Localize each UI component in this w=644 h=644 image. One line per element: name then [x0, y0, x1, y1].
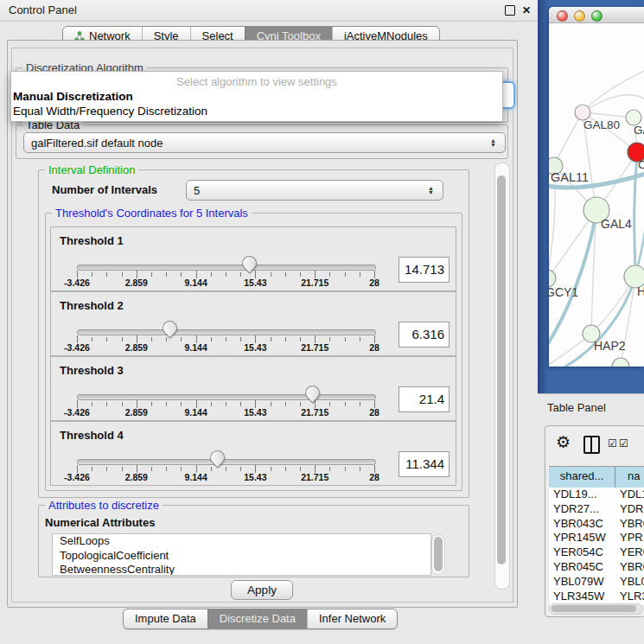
table-data-value: galFiltered.sif default node [31, 137, 163, 150]
column-header-name[interactable]: na [615, 467, 644, 488]
slider-tick [166, 272, 167, 277]
slider-tick-label: 21.715 [301, 472, 328, 482]
algorithm-hint: Select algorithm to view settings [11, 75, 502, 88]
slider-tick [122, 402, 123, 406]
table-row[interactable]: YDL19...YDL1 [549, 488, 644, 502]
threshold-label: Threshold 4 [60, 429, 124, 442]
slider-track[interactable] [77, 265, 376, 271]
cell-shared-name: YDR27... [549, 502, 620, 517]
algorithm-option-manual[interactable]: Manual Discretization [13, 90, 133, 103]
slider-tick-label: 2.859 [125, 277, 148, 288]
slider-track[interactable] [77, 329, 376, 335]
tab-discretize-data[interactable]: Discretize Data [207, 609, 307, 628]
slider-tick-label: 21.715 [301, 277, 328, 288]
slider-tick [300, 402, 301, 406]
network-canvas[interactable]: GAL80GACGAL11GAL4GCY1HHAP2 [549, 23, 644, 367]
node-label-GAL80: GAL80 [583, 118, 620, 131]
list-item[interactable]: TopologicalCoefficient [53, 549, 430, 564]
table-row[interactable]: YPR145WYPR1 [549, 531, 644, 545]
slider-tick [122, 272, 123, 277]
attributes-title: Attributes to discretize [45, 499, 163, 512]
stepper-icon: ▲▼ [490, 138, 498, 147]
checkbox-icon[interactable]: ☑ [619, 437, 628, 450]
table-row[interactable]: YBL079WYBL0 [549, 575, 644, 590]
table-data-combobox[interactable]: galFiltered.sif default node ▲▼ [23, 132, 506, 153]
attributes-scrollbar[interactable] [431, 534, 445, 575]
slider-tick [240, 337, 241, 341]
table-row[interactable]: YDR27...YDR2 [549, 502, 644, 517]
number-of-intervals-value: 5 [194, 184, 200, 197]
threshold-block-2: Threshold 2-3.4262.8599.14415.4321.71528… [50, 291, 456, 356]
slider-tick [92, 337, 92, 341]
algorithm-option-equal[interactable]: Equal Width/Frequency Discretization [13, 105, 207, 118]
slider-tick [329, 337, 330, 341]
slider-tick [106, 272, 107, 277]
apply-button[interactable]: Apply [231, 580, 293, 600]
slider-tick-label: -3.426 [64, 277, 90, 288]
slider-tick [300, 337, 301, 341]
tab-infer-network[interactable]: Infer Network [307, 609, 397, 628]
slider-track[interactable] [77, 459, 376, 465]
numerical-attributes-list[interactable]: SelfLoopsTopologicalCoefficientBetweenne… [52, 533, 431, 576]
GCY1-node[interactable] [549, 270, 556, 287]
slider-tick [285, 272, 286, 277]
zoom-traffic-light[interactable] [591, 10, 603, 22]
list-item[interactable]: SelfLoops [53, 534, 430, 549]
threshold-block-4: Threshold 4-3.4262.8599.14415.4321.71528… [50, 421, 456, 486]
slider-tick-label: -3.426 [64, 407, 90, 418]
slider-track[interactable] [77, 394, 376, 400]
number-of-intervals-combobox[interactable]: 5 ▲▼ [186, 180, 443, 201]
slider-tick [106, 467, 107, 471]
slider-tick [92, 402, 92, 406]
checkbox-icon[interactable]: ☑ [608, 437, 617, 450]
column-header-shared[interactable]: shared... [549, 467, 615, 488]
slider-tick [226, 272, 226, 277]
threshold-block-3: Threshold 3-3.4262.8599.14415.4321.71528… [50, 356, 456, 421]
tab-impute-data[interactable]: Impute Data [124, 609, 207, 628]
panel-scrollbar-thumb[interactable] [497, 175, 506, 564]
slider-tick [226, 402, 226, 406]
slider-tick [211, 337, 212, 341]
table-row[interactable]: YLR345WYLR3 [549, 590, 644, 604]
node-label-HAP2: HAP2 [594, 339, 626, 353]
slider-tick [226, 467, 226, 471]
slider-tick [211, 402, 212, 406]
table-row[interactable]: YBR043CYBR0 [549, 517, 644, 532]
cell-name: YBL0 [620, 575, 644, 590]
threshold-value-field[interactable]: 21.4 [399, 386, 450, 412]
network-window-titlebar [549, 7, 644, 23]
float-window-icon[interactable] [505, 5, 515, 16]
table-row[interactable]: YBR045CYBR0 [549, 560, 644, 575]
close-traffic-light[interactable] [557, 10, 568, 22]
close-icon[interactable]: ✕ [522, 5, 531, 16]
column-layout-icon[interactable] [583, 436, 600, 454]
node-label-GAL4: GAL4 [601, 217, 632, 231]
slider-tick [300, 272, 301, 277]
control-panel-titlebar: Control Panel ✕ [0, 0, 538, 22]
panel-scrollbar[interactable] [494, 163, 510, 590]
table-row[interactable]: YER054CYER0 [549, 545, 644, 560]
bottom-node[interactable] [612, 358, 629, 367]
table-panel-body: ⚙ ☑ ☑ shared... na YDL19...YDL1YDR27...Y… [545, 425, 644, 617]
list-item[interactable]: BetweennessCentrality [53, 563, 430, 576]
slider-tick-label: 21.715 [301, 407, 328, 418]
threshold-value-field[interactable]: 11.344 [399, 451, 450, 477]
node-label-GCY1: GCY1 [549, 285, 578, 299]
slider-tick [240, 272, 241, 277]
slider-tick-label: 9.144 [184, 472, 207, 482]
slider-tick-label: -3.426 [64, 472, 90, 482]
minimize-traffic-light[interactable] [574, 10, 585, 22]
slider-tick-label: 28 [369, 472, 379, 482]
gear-icon[interactable]: ⚙ [556, 432, 571, 452]
slider-tick [329, 272, 330, 277]
cell-name: YBR0 [620, 560, 644, 575]
slider-tick-label: 9.144 [184, 407, 207, 418]
table-horizontal-scrollbar[interactable] [549, 603, 643, 615]
table-header-row: shared... na [549, 466, 644, 488]
slider-tick [106, 337, 107, 341]
slider-tick-label: 2.859 [125, 472, 148, 482]
threshold-value-field[interactable]: 6.316 [399, 322, 450, 348]
slider-tick [329, 467, 330, 471]
threshold-value-field[interactable]: 14.713 [399, 257, 450, 283]
slider-tick [360, 337, 360, 341]
